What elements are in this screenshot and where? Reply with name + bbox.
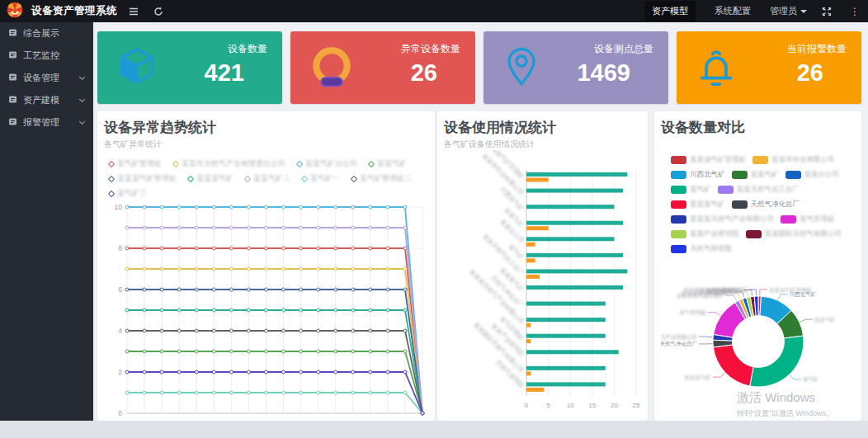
sidebar-item-label: 设备管理 — [23, 72, 59, 84]
color-chip — [752, 156, 768, 164]
legend-item[interactable]: 天然气净化总厂 — [732, 200, 800, 210]
user-menu[interactable]: 管理员 — [770, 5, 807, 17]
svg-text:某某某天然气产业有限公司: 某某某天然气产业有限公司 — [661, 334, 697, 341]
diamond-marker — [172, 160, 179, 167]
pin-icon — [502, 43, 541, 94]
legend-label: 某气矿三 — [117, 188, 147, 199]
legend-item[interactable]: 某某市天然气产业有限责任公司 — [173, 158, 285, 169]
sidebar-item-label: 综合展示 — [23, 27, 59, 40]
svg-text:某某某气矿: 某某某气矿 — [685, 374, 712, 380]
legend-item[interactable]: 某某油气矿管理处 — [671, 155, 746, 165]
legend-label: 某某国际天然气有限公司 — [765, 229, 842, 239]
sidebar-item-asset-model[interactable]: 资产建模 — [0, 89, 93, 111]
nav-system-config[interactable]: 系统配置 — [707, 1, 758, 21]
user-name: 管理员 — [770, 5, 797, 17]
legend-item[interactable]: 某某市作业有限公司 — [752, 155, 835, 165]
topbar: 设备资产管理系统 资产模型 系统配置 管理员 ⋮ — [0, 0, 868, 22]
diamond-marker — [296, 160, 303, 167]
svg-text:某某气矿: 某某气矿 — [814, 317, 837, 323]
sidebar-item-label: 工艺监控 — [23, 49, 59, 62]
legend-item[interactable]: 某某某天然气产业有限公司 — [671, 214, 774, 224]
menu-icon — [8, 50, 17, 61]
sidebar-item-alarm-mgmt[interactable]: 报警管理 — [0, 111, 93, 134]
stat-card-label: 设备数量 — [228, 42, 267, 56]
legend-item[interactable]: 川西北气矿 — [671, 170, 725, 180]
legend-label: 某气矿一 — [310, 173, 340, 184]
legend-item[interactable]: 某某国际天然气有限公司 — [746, 229, 842, 239]
svg-text:天然气净化总厂: 天然气净化总厂 — [661, 341, 698, 347]
diamond-marker — [351, 175, 357, 181]
legend-item[interactable]: 某气矿管理处二 — [351, 173, 412, 184]
collapse-menu-icon[interactable] — [125, 3, 142, 20]
diamond-marker — [368, 160, 375, 167]
stat-card-measure-point-count: 设备测点总量1469 — [484, 31, 668, 104]
legend-item[interactable]: 某气矿三 — [109, 188, 147, 199]
legend-item[interactable]: 某气矿一 — [302, 173, 340, 184]
legend-label: 天然气净化总厂 — [751, 200, 800, 210]
diamond-marker — [301, 175, 308, 181]
sidebar: 综合展示工艺监控设备管理资产建模报警管理 — [0, 22, 93, 438]
app-title: 设备资产管理系统 — [31, 4, 117, 18]
legend-label: 某气矿 — [690, 185, 711, 195]
panel-abnormal-trend: 设备异常趋势统计 各气矿异常统计 某气矿管理处某某市天然气产业有限责任公司某某气… — [97, 111, 435, 421]
line-chart-legend: 某气矿管理处某某市天然气产业有限责任公司某某气矿分公司某某气矿某某某气矿管理处某… — [109, 158, 428, 199]
legend-label: 某某油气矿管理处 — [690, 155, 746, 165]
chevron-down-icon — [79, 97, 85, 102]
diamond-marker — [187, 175, 194, 181]
svg-text:6: 6 — [118, 285, 122, 294]
legend-item[interactable]: 某气矿 — [671, 185, 711, 195]
nav-asset-model[interactable]: 资产模型 — [644, 1, 696, 21]
legend-item[interactable]: 某某产业研究院 — [671, 229, 739, 239]
color-chip — [732, 171, 748, 179]
legend-item[interactable]: 某某某气矿管理处 — [109, 173, 177, 184]
svg-text:川西北气矿: 川西北气矿 — [790, 291, 817, 298]
legend-label: 某某某天然气产业有限公司 — [690, 214, 774, 224]
svg-text:5: 5 — [546, 402, 550, 409]
stat-card-value: 421 — [205, 59, 244, 87]
line-chart: 02468102022-09-102022-09-132022-09-16202… — [104, 200, 428, 438]
legend-label: 某某气矿二 — [253, 173, 290, 184]
panel-subtitle: 各气矿异常统计 — [104, 139, 428, 150]
ring-icon — [309, 43, 355, 94]
page-footer-strip — [0, 421, 868, 438]
svg-text:15: 15 — [588, 402, 596, 409]
legend-label: 某某天然气化工总厂 — [737, 185, 800, 195]
chevron-down-icon — [79, 74, 85, 80]
legend-label: 某某某气矿 — [690, 200, 725, 210]
svg-text:25: 25 — [633, 402, 640, 409]
refresh-icon[interactable] — [150, 3, 167, 20]
panel-title: 设备使用情况统计 — [444, 118, 641, 137]
diamond-marker — [108, 190, 115, 196]
legend-item[interactable]: 天然气研究院 — [671, 244, 732, 254]
svg-text:10: 10 — [567, 402, 574, 409]
legend-item[interactable]: 某某某气矿 — [671, 200, 725, 210]
legend-label: 川西北气矿 — [690, 170, 725, 180]
cube-icon — [116, 43, 158, 92]
legend-item[interactable]: 某某分公司 — [785, 170, 840, 180]
kebab-menu-icon[interactable]: ⋮ — [847, 6, 863, 17]
legend-item[interactable]: 某某气矿分公司 — [297, 158, 357, 169]
svg-text:0: 0 — [118, 409, 122, 417]
sidebar-item-device-mgmt[interactable]: 设备管理 — [0, 67, 93, 89]
color-chip — [671, 171, 686, 179]
panel-subtitle: 各气矿设备使用情况统计 — [444, 139, 641, 150]
stat-card-value: 26 — [411, 59, 437, 87]
sidebar-item-process-monitor[interactable]: 工艺监控 — [0, 45, 93, 67]
menu-icon — [8, 73, 17, 83]
legend-item[interactable]: 某某气矿二 — [245, 173, 290, 184]
svg-text:天然气研究院: 天然气研究院 — [715, 287, 748, 294]
legend-item[interactable]: 某某某气矿 — [188, 173, 234, 184]
legend-label: 天然气研究院 — [690, 244, 732, 254]
legend-item[interactable]: 某气管理处 — [781, 214, 835, 224]
svg-text:某气管理处: 某气管理处 — [679, 309, 706, 316]
sidebar-item-overview[interactable]: 综合展示 — [0, 22, 93, 45]
legend-item[interactable]: 某某天然气化工总厂 — [718, 185, 800, 195]
legend-label: 某某某气矿管理处 — [117, 173, 177, 184]
fullscreen-icon[interactable] — [818, 3, 835, 20]
stat-cards-row: 设备数量421异常设备数量26设备测点总量1469当前报警数量26 — [97, 31, 861, 104]
legend-item[interactable]: 某某气矿 — [369, 158, 407, 169]
legend-item[interactable]: 某气矿管理处 — [109, 158, 162, 169]
legend-item[interactable]: 某某气矿 — [732, 170, 779, 180]
stat-card-label: 当前报警数量 — [787, 42, 847, 56]
main-content: 设备数量421异常设备数量26设备测点总量1469当前报警数量26 设备异常趋势… — [93, 22, 868, 438]
